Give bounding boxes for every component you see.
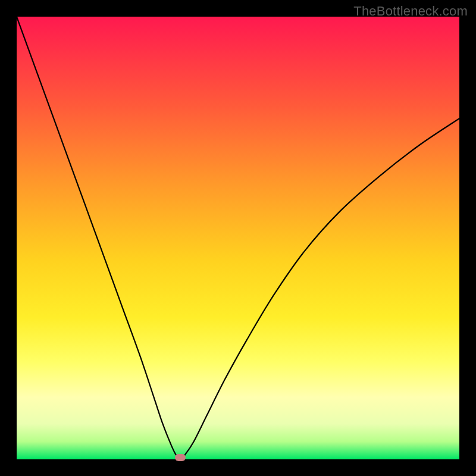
plot-area xyxy=(17,17,459,459)
watermark: TheBottleneck.com xyxy=(353,4,468,19)
watermark-text: TheBottleneck.com xyxy=(353,4,468,18)
curve-path xyxy=(17,17,459,459)
min-marker xyxy=(175,454,186,461)
bottleneck-curve xyxy=(17,17,459,459)
chart-frame: TheBottleneck.com xyxy=(0,0,476,476)
